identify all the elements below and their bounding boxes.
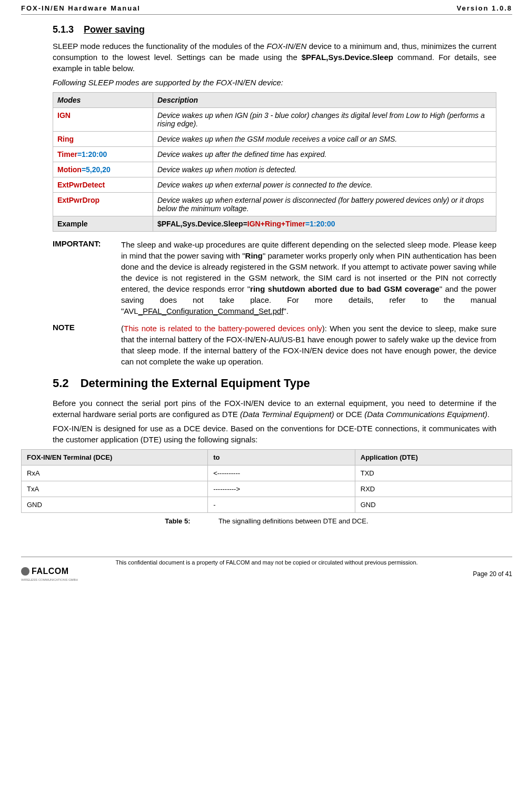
table-row: TxA ----------> RXD [22, 481, 512, 497]
table-row: ExtPwrDetect Device wakes up when extern… [53, 177, 496, 193]
table-row: IGN Device wakes up when IGN (pin 3 - bl… [53, 108, 496, 132]
modes-table: Modes Description IGN Device wakes up wh… [53, 92, 496, 232]
globe-icon [21, 567, 29, 576]
heading-title: Determining the External Equipment Type [81, 377, 310, 390]
heading-num: 5.2 [53, 377, 69, 390]
falcom-logo: FALCOM WIRELESS COMMUNICATIONS GMBH [21, 567, 78, 581]
para-sleep-modes-intro: Following SLEEP modes are supported by t… [53, 77, 496, 88]
table-caption: Table 5: The signalling definitions betw… [21, 517, 512, 525]
sig-th-to: to [208, 450, 355, 466]
table-row: RxA <---------- TXD [22, 466, 512, 481]
sig-th-dce: FOX-IN/EN Terminal (DCE) [22, 450, 208, 466]
note-body: (This note is related to the battery-pow… [121, 323, 496, 367]
note-block: NOTE (This note is related to the batter… [53, 323, 496, 367]
page-number: Page 20 of 41 [473, 570, 512, 578]
heading-5-1-3: 5.1.3 Power saving [53, 24, 496, 35]
confidential-notice: This confidential document is a property… [21, 559, 512, 566]
heading-title: Power saving [84, 24, 145, 35]
table-row: Motion=5,20,20 Device wakes up when moti… [53, 162, 496, 177]
para-sleep-intro: SLEEP mode reduces the functionality of … [53, 41, 496, 74]
header-right: Version 1.0.8 [457, 4, 513, 12]
caption-label: Table 5: [165, 517, 190, 525]
modes-th-desc: Description [153, 93, 496, 108]
important-label: IMPORTANT: [53, 239, 121, 316]
heading-num: 5.1.3 [53, 24, 74, 35]
para-equipment-intro: Before you connect the serial port pins … [53, 398, 496, 420]
sig-th-dte: Application (DTE) [355, 450, 512, 466]
caption-text: The signalling definitions between DTE a… [218, 517, 368, 525]
page-footer: This confidential document is a property… [21, 557, 512, 586]
pdf-link[interactable]: _PFAL_Configuration_Command_Set.pdf [138, 306, 284, 315]
table-row: Timer=1:20:00 Device wakes up after the … [53, 147, 496, 162]
important-body: The sleep and wake-up procedures are qui… [121, 239, 496, 316]
heading-5-2: 5.2 Determining the External Equipment T… [53, 377, 496, 390]
page-header: FOX-IN/EN Hardware Manual Version 1.0.8 [21, 0, 512, 15]
important-block: IMPORTANT: The sleep and wake-up procedu… [53, 239, 496, 316]
table-row: Ring Device wakes up when the GSM module… [53, 132, 496, 147]
table-row: GND - GND [22, 497, 512, 513]
signals-table: FOX-IN/EN Terminal (DCE) to Application … [21, 449, 512, 513]
note-label: NOTE [53, 323, 121, 367]
para-dce-info: FOX-IN/EN is designed for use as a DCE d… [53, 423, 496, 445]
modes-th-modes: Modes [53, 93, 153, 108]
table-row: ExtPwrDrop Device wakes up when external… [53, 193, 496, 216]
header-left: FOX-IN/EN Hardware Manual [21, 4, 141, 12]
table-row-example: Example $PFAL,Sys.Device.Sleep=IGN+Ring+… [53, 216, 496, 232]
